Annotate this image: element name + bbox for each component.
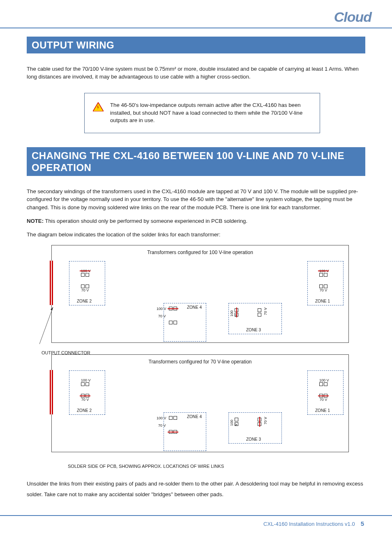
- brand-logo: Cloud: [334, 9, 371, 25]
- note-label: NOTE:: [27, 218, 44, 224]
- warning-text: The 46-50's low-impedance outputs remain…: [110, 102, 309, 124]
- warning-box: The 46-50's low-impedance outputs remain…: [84, 93, 320, 133]
- para-cable-spec: The cable used for the 70/100 V-line sys…: [27, 65, 365, 81]
- diagram-100v: Transformers configured for 100 V-line o…: [27, 245, 365, 343]
- diagram-70v: Transformers configured for 70 V-line op…: [27, 354, 365, 452]
- page-footer: CXL-4160 Installation Instructions v1.0 …: [0, 520, 392, 539]
- para-unsolder: Unsolder the links from their existing p…: [27, 479, 365, 500]
- svg-marker-2: [51, 307, 53, 310]
- page-number: 5: [361, 520, 364, 527]
- section-header-output-wiring: OUTPUT WIRING: [27, 37, 365, 53]
- svg-line-1: [39, 307, 53, 344]
- footer-doc-title: CXL-4160 Installation Instructions v1.0: [263, 521, 355, 527]
- diagram-title: Transformers configured for 100 V-line o…: [147, 250, 253, 255]
- header-rule: [0, 28, 392, 28]
- footer-rule: [0, 515, 392, 516]
- note-body: This operation should only be performed …: [44, 218, 247, 224]
- para-tapping: The secondary windings of the transforme…: [27, 187, 365, 211]
- diagram-title: Transformers configured for 70 V-line op…: [148, 359, 251, 365]
- para-note-solder: NOTE: This operation should only be perf…: [27, 217, 365, 225]
- para-diagram-intro: The diagram below indicates the location…: [27, 231, 365, 238]
- solder-caption: SOLDER SIDE OF PCB, SHOWING APPROX. LOCA…: [68, 464, 365, 469]
- section-header-changing-voltage: CHANGING THE CXL-4160 BETWEEN 100 V-LINE…: [27, 147, 365, 176]
- warning-icon: [93, 102, 104, 113]
